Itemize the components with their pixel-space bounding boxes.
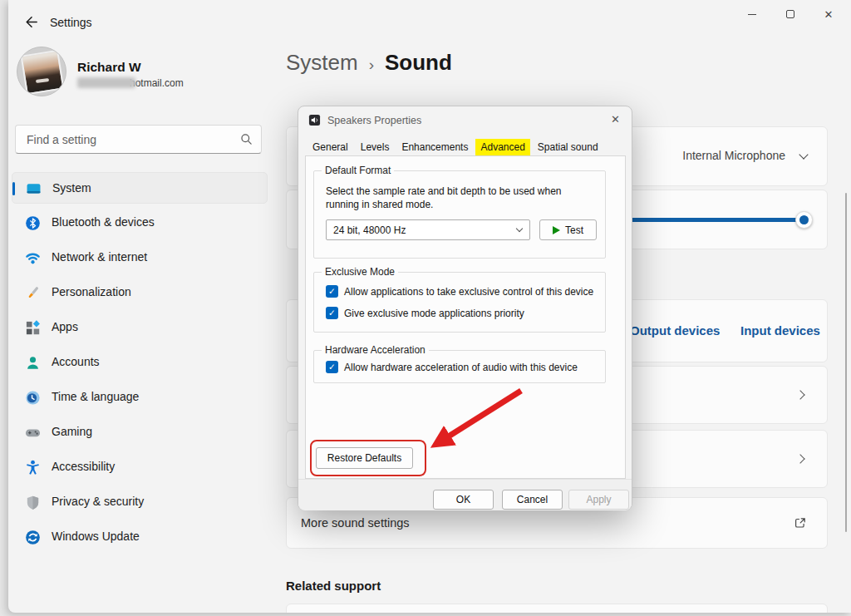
page-title: Sound [385, 50, 452, 76]
checkbox-checked[interactable]: ✓ [326, 307, 338, 319]
test-button-label: Test [565, 224, 583, 236]
search-box [15, 125, 262, 154]
exclusive-mode-group: Exclusive Mode ✓ Allow applications to t… [313, 272, 606, 333]
checkbox-row[interactable]: ✓ Give exclusive mode applications prior… [326, 307, 524, 319]
avatar[interactable] [17, 47, 66, 96]
chevron-right-icon [795, 454, 804, 463]
sidebar-item-windows-update[interactable]: Windows Update [12, 521, 268, 553]
restore-defaults-button[interactable]: Restore Defaults [316, 447, 413, 469]
minimize-icon [748, 14, 756, 15]
accessibility-person-icon [24, 459, 41, 476]
mic-selector-value[interactable]: Internal Microphone [682, 149, 785, 162]
chevron-down-icon [516, 225, 523, 232]
tab-levels[interactable]: Levels [356, 139, 395, 155]
dialog-footer: OK Cancel Apply [298, 479, 632, 510]
sidebar-item-system[interactable]: System [12, 172, 268, 204]
sidebar-item-label: Network & internet [52, 250, 147, 264]
sidebar-item-label: Gaming [52, 425, 92, 438]
sidebar-item-label: Accessibility [52, 460, 115, 473]
close-icon: ✕ [824, 8, 834, 21]
checkbox-row[interactable]: ✓ Allow applications to take exclusive c… [326, 285, 593, 298]
sidebar-item-network-internet[interactable]: Network & internet [12, 242, 268, 274]
sidebar-item-label: Windows Update [52, 530, 140, 543]
speakers-properties-dialog: Speakers Properties ✕ General Levels Enh… [298, 106, 632, 510]
minimize-button[interactable] [733, 0, 771, 28]
update-refresh-icon [24, 529, 41, 545]
tab-output-devices[interactable]: Output devices [630, 323, 720, 338]
gamepad-icon [24, 424, 41, 441]
tab-enhancements[interactable]: Enhancements [396, 139, 473, 155]
external-link-icon [794, 516, 807, 530]
sidebar-item-accessibility[interactable]: Accessibility [12, 451, 268, 483]
breadcrumb-parent[interactable]: System [286, 50, 358, 76]
sidebar-item-bluetooth-devices[interactable]: Bluetooth & devices [12, 207, 268, 239]
checkbox-label: Allow applications to take exclusive con… [344, 286, 593, 298]
system-icon [25, 180, 42, 197]
window-controls: ✕ [733, 0, 848, 28]
tab-advanced[interactable]: Advanced [475, 139, 529, 155]
sidebar-item-label: System [52, 181, 91, 195]
dialog-title: Speakers Properties [327, 115, 421, 126]
close-button[interactable]: ✕ [809, 0, 848, 28]
person-icon [24, 354, 41, 371]
test-button[interactable]: Test [539, 219, 597, 240]
ok-label: OK [456, 494, 470, 505]
tab-input-devices[interactable]: Input devices [740, 323, 820, 338]
ok-button[interactable]: OK [433, 490, 494, 510]
paintbrush-icon [24, 284, 41, 301]
search-input[interactable] [15, 125, 262, 154]
back-button[interactable] [20, 11, 42, 32]
sidebar-item-accounts[interactable]: Accounts [12, 347, 268, 378]
sidebar-item-privacy-security[interactable]: Privacy & security [12, 486, 268, 518]
bluetooth-icon [24, 214, 41, 231]
dialog-tab-strip: General Levels Enhancements Advanced Spa… [307, 139, 603, 155]
chevron-down-icon[interactable] [799, 150, 808, 159]
shield-icon [24, 494, 41, 510]
search-icon [240, 133, 253, 145]
breadcrumb-separator-icon: › [369, 56, 374, 74]
email-redaction-blur [77, 77, 135, 88]
chevron-right-icon [795, 390, 804, 399]
related-support-card[interactable] [286, 604, 828, 613]
breadcrumb: System › Sound [286, 50, 452, 76]
sidebar-item-label: Privacy & security [52, 495, 144, 508]
group-legend: Hardware Acceleration [322, 344, 429, 356]
volume-slider-handle[interactable] [795, 211, 813, 229]
checkbox-label: Allow hardware acceleration of audio wit… [344, 362, 578, 373]
sample-rate-dropdown[interactable]: 24 bit, 48000 Hz [326, 219, 530, 240]
sidebar-item-gaming[interactable]: Gaming [12, 416, 268, 448]
sidebar-item-personalization[interactable]: Personalization [12, 277, 268, 308]
group-legend: Default Format [322, 165, 394, 176]
sidebar-item-label: Bluetooth & devices [52, 215, 155, 229]
maximize-button[interactable] [771, 0, 809, 28]
dialog-close-icon[interactable]: ✕ [611, 113, 620, 126]
restore-defaults-label: Restore Defaults [327, 452, 401, 464]
maximize-icon [786, 10, 794, 18]
more-sound-settings-label: More sound settings [301, 516, 410, 530]
checkbox-checked[interactable]: ✓ [326, 361, 338, 373]
sample-rate-value: 24 bit, 48000 Hz [333, 224, 406, 236]
wifi-icon [24, 249, 41, 266]
sidebar-item-label: Apps [52, 320, 78, 333]
tab-spatial-sound[interactable]: Spatial sound [533, 139, 603, 155]
related-support-heading: Related support [286, 579, 381, 593]
sidebar-item-apps[interactable]: Apps [12, 312, 268, 343]
sidebar-item-label: Time & language [52, 390, 139, 403]
cancel-label: Cancel [517, 494, 548, 505]
selected-accent-pill [12, 182, 15, 195]
advanced-tab-page: Default Format Select the sample rate an… [305, 155, 626, 479]
play-icon [553, 226, 560, 234]
group-legend: Exclusive Mode [322, 266, 398, 278]
apps-icon [24, 319, 41, 336]
scrollbar[interactable] [845, 193, 847, 532]
checkbox-checked[interactable]: ✓ [326, 285, 338, 298]
default-format-group: Default Format Select the sample rate an… [313, 170, 606, 259]
apply-label: Apply [586, 494, 611, 505]
sidebar-item-time-language[interactable]: Time & language [12, 382, 268, 413]
apply-button[interactable]: Apply [568, 490, 629, 510]
checkbox-row[interactable]: ✓ Allow hardware acceleration of audio w… [326, 361, 578, 373]
profile-email: hotmail.com [130, 77, 184, 89]
cancel-button[interactable]: Cancel [502, 490, 563, 510]
tab-general[interactable]: General [307, 139, 353, 155]
sidebar-nav: System Bluetooth & devices Network & int… [12, 172, 268, 556]
